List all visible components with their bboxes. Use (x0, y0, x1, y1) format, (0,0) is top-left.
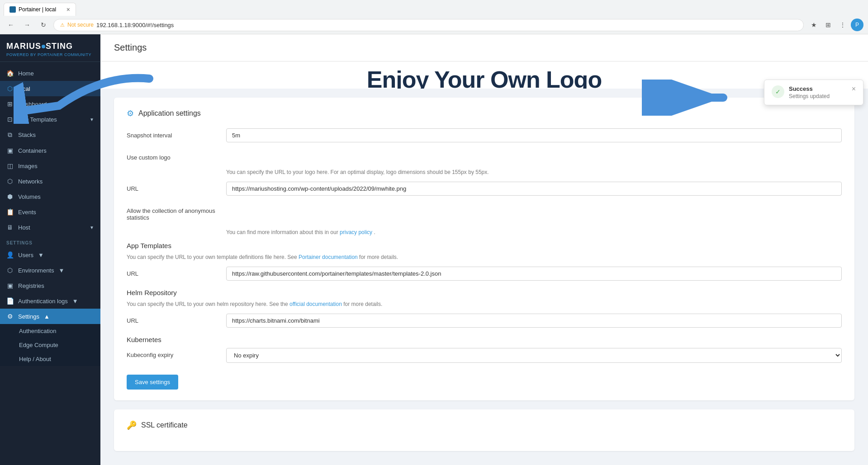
settings-arrow-icon: ▲ (44, 313, 50, 320)
page-title: Settings (114, 42, 147, 53)
tab-favicon (9, 6, 16, 13)
env-close-button[interactable]: ✕ (90, 85, 94, 92)
sidebar-item-local[interactable]: ⬡ local ✕ (0, 81, 100, 96)
sidebar-item-environments[interactable]: ⬡ Environments ▼ (0, 263, 100, 278)
reload-button[interactable]: ↻ (37, 19, 50, 31)
tab-bar: Portainer | local × (0, 0, 868, 16)
sidebar-networks-label: Networks (18, 178, 43, 185)
app-templates-subsection-title: App Templates (127, 242, 842, 249)
helm-url-control (226, 314, 842, 328)
kubeconfig-expiry-control: No expiry (226, 348, 842, 363)
back-button[interactable]: ← (5, 19, 17, 31)
logo-dot (42, 45, 45, 48)
anonymous-stats-toggle-control (226, 204, 842, 211)
portainer-docs-link[interactable]: Portainer documentation (299, 254, 358, 260)
sidebar-auth-logs-label: Authentication logs (18, 298, 68, 305)
lock-icon: ⚠ (60, 22, 65, 28)
tab-close-button[interactable]: × (66, 6, 70, 13)
settings-section-label: Settings (0, 235, 100, 247)
app-templates-arrow-icon: ▼ (90, 117, 94, 122)
sidebar-item-settings[interactable]: ⚙ Settings ▲ (0, 309, 100, 324)
privacy-policy-link[interactable]: privacy policy (340, 229, 372, 235)
sidebar-item-events[interactable]: 📋 Events (0, 204, 100, 220)
browser-tab[interactable]: Portainer | local × (4, 3, 76, 16)
sidebar-item-host[interactable]: 🖥 Host ▼ (0, 220, 100, 235)
kubeconfig-expiry-select[interactable]: No expiry (226, 348, 842, 363)
toast-message: Settings updated (789, 93, 830, 99)
toast-notification: ✓ Success Settings updated × (764, 80, 863, 105)
logo-url-label: URL (127, 182, 217, 192)
sidebar-item-containers[interactable]: ▣ Containers (0, 143, 100, 158)
snapshot-interval-control (226, 128, 842, 142)
sidebar-item-volumes[interactable]: ⬢ Volumes (0, 189, 100, 204)
app-settings-header: ⚙ Application settings (127, 108, 842, 118)
edge-compute-label: Edge Compute (19, 342, 58, 348)
sidebar-item-stacks[interactable]: ⧉ Stacks (0, 127, 100, 143)
app-templates-url-control (226, 267, 842, 281)
sidebar-item-help-about[interactable]: Help / About (0, 352, 100, 366)
sidebar-item-edge-compute[interactable]: Edge Compute (0, 338, 100, 352)
browser-actions: ★ ⊞ ⋮ P (807, 19, 863, 31)
privacy-hint: You can find more information about this… (226, 229, 842, 235)
app-templates-hint: You can specify the URL to your own temp… (127, 254, 842, 260)
bookmark-icon[interactable]: ★ (807, 19, 820, 31)
ssl-header: 🔑 SSL certificate (127, 420, 842, 430)
logo-text-part2: STING (46, 42, 73, 51)
sidebar-item-users[interactable]: 👤 Users ▼ (0, 247, 100, 263)
app-templates-url-row: URL (127, 267, 842, 281)
sidebar-events-label: Events (18, 209, 36, 216)
toast-title: Success (789, 85, 830, 92)
home-icon: 🏠 (6, 70, 14, 77)
sidebar-item-images[interactable]: ◫ Images (0, 158, 100, 174)
sidebar-item-dashboard[interactable]: ⊞ Dashboard (0, 96, 100, 112)
banner-text: Enjoy Your Own Logo (367, 66, 602, 89)
forward-button[interactable]: → (21, 19, 33, 31)
sidebar-item-app-templates[interactable]: ⊡ App Templates ▼ (0, 112, 100, 127)
page-header: Settings (100, 34, 868, 61)
events-icon: 📋 (6, 208, 14, 216)
menu-button[interactable]: ⋮ (836, 19, 849, 31)
custom-logo-label: Use custom logo (127, 150, 217, 161)
sidebar-item-networks[interactable]: ⬡ Networks (0, 174, 100, 189)
sidebar-dashboard-label: Dashboard (18, 101, 47, 108)
toast-close-button[interactable]: × (852, 85, 856, 93)
content-area: ⚙ Application settings Snapshot interval… (100, 89, 868, 460)
app-settings-icon: ⚙ (127, 108, 134, 118)
sidebar-volumes-label: Volumes (18, 193, 41, 200)
official-docs-link[interactable]: official documentation (289, 301, 342, 307)
address-text: 192.168.1.18:9000/#!/settings (96, 22, 174, 28)
custom-logo-toggle-control (226, 150, 842, 157)
sidebar-item-authentication[interactable]: Authentication (0, 324, 100, 338)
toast-content: Success Settings updated (789, 85, 830, 99)
sidebar-stacks-label: Stacks (18, 132, 36, 138)
extensions-button[interactable]: ⊞ (822, 19, 835, 31)
sidebar-containers-label: Containers (18, 147, 47, 154)
sidebar-item-home[interactable]: 🏠 Home (0, 66, 100, 81)
env-icon: ⬡ (6, 85, 14, 92)
authentication-label: Authentication (19, 328, 56, 334)
logo-text-part1: MARIUS (6, 42, 41, 51)
kubeconfig-expiry-label: Kubeconfig expiry (127, 348, 217, 358)
sidebar: MARIUSSTING POWERED BY PORTAINER COMMUNI… (0, 34, 100, 465)
helm-url-input[interactable] (226, 314, 842, 328)
host-arrow-icon: ▼ (90, 225, 94, 230)
sidebar-host-label: Host (18, 224, 30, 231)
save-settings-button[interactable]: Save settings (127, 375, 178, 390)
logo-url-input[interactable] (226, 182, 842, 196)
app-templates-url-input[interactable] (226, 267, 842, 281)
snapshot-interval-label: Snapshot interval (127, 128, 217, 139)
sidebar-home-label: Home (18, 70, 34, 77)
app-templates-icon: ⊡ (6, 116, 14, 123)
snapshot-interval-input[interactable] (226, 128, 842, 142)
profile-avatar[interactable]: P (851, 19, 863, 31)
browser-toolbar: ← → ↻ ⚠ Not secure 192.168.1.18:9000/#!/… (0, 16, 868, 34)
containers-icon: ▣ (6, 147, 14, 154)
sidebar-settings-label: Settings (18, 313, 39, 320)
address-bar[interactable]: ⚠ Not secure 192.168.1.18:9000/#!/settin… (53, 19, 804, 31)
app-settings-card: ⚙ Application settings Snapshot interval… (114, 98, 854, 400)
sidebar-item-registries[interactable]: ▣ Registries (0, 278, 100, 293)
logo-powered: POWERED BY PORTAINER COMMUNITY (6, 52, 94, 57)
banner-container: Enjoy Your Own Logo (100, 61, 868, 89)
sidebar-item-auth-logs[interactable]: 📄 Authentication logs ▼ (0, 293, 100, 309)
registries-icon: ▣ (6, 282, 14, 289)
